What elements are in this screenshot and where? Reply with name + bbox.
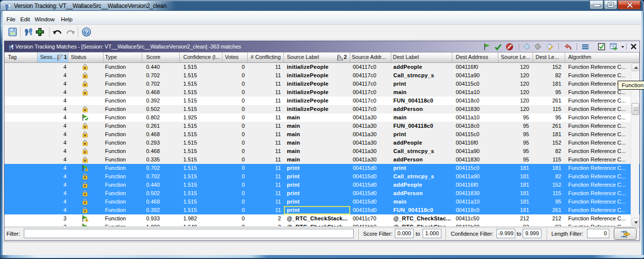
svg-text:?: ? xyxy=(85,29,88,35)
